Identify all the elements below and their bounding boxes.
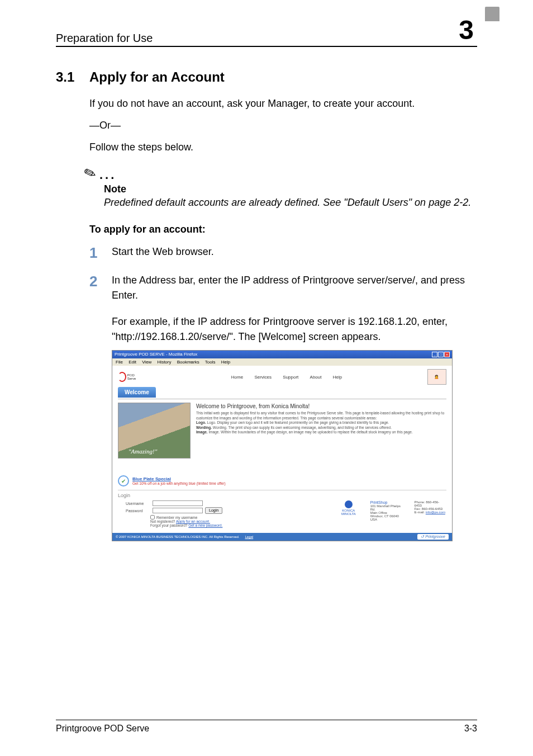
blue-plate-subtitle: Get 10% off on a job with anything blue … (132, 481, 226, 485)
section-title: Apply for an Account (89, 69, 225, 85)
welcome-tab[interactable]: Welcome (118, 387, 156, 398)
remember-checkbox[interactable] (150, 515, 155, 519)
apply-account-link[interactable]: Apply for an account. (176, 519, 210, 523)
intro-paragraph-1: If you do not have an account, ask your … (89, 96, 477, 111)
welcome-wording-line: Wording. The print shop can supply its o… (213, 426, 392, 429)
section-heading: 3.1 Apply for an Account (56, 69, 477, 85)
hero-caption: "Amazing!" (129, 448, 157, 455)
step-1-text: Start the Web browser. (112, 244, 477, 262)
section-number: 3.1 (56, 69, 89, 85)
menu-tools[interactable]: Tools (205, 360, 216, 365)
app-logo: POD Serve (118, 371, 140, 382)
menu-file[interactable]: File (116, 360, 123, 365)
forgot-password-link[interactable]: Get a new password. (188, 523, 222, 527)
menu-history[interactable]: History (158, 360, 172, 365)
blue-plate-title[interactable]: Blue Plate Special (132, 476, 226, 481)
step-1: 1 Start the Web browser. (89, 244, 477, 262)
addr-line-1: 101 Marshall Phelps Rd. (370, 504, 407, 511)
user-avatar: 🙍 (427, 369, 446, 385)
login-button[interactable]: Login (205, 507, 222, 514)
nav-support[interactable]: Support (283, 375, 298, 380)
nav-services[interactable]: Services (254, 375, 272, 380)
addr-line-4: USA (370, 518, 407, 521)
welcome-image-line: Image. Within the boundaries of the page… (208, 430, 412, 434)
minimize-icon[interactable]: _ (432, 352, 437, 357)
nav-home[interactable]: Home (231, 375, 243, 380)
browser-titlebar: Printgroove POD SERVE - Mozilla Firefox … (112, 351, 452, 358)
header-title: Preparation for Use (56, 32, 153, 45)
page-tab-decoration (485, 7, 499, 21)
note-icon: ✎ (81, 163, 98, 184)
brand-dot-icon (345, 500, 353, 508)
login-heading: Login (118, 493, 285, 498)
menu-bookmarks[interactable]: Bookmarks (177, 360, 199, 365)
blue-plate-special[interactable]: ✔ Blue Plate Special Get 10% off on a jo… (118, 475, 446, 486)
remember-label: Remember my username (156, 516, 197, 519)
hero-image: "Amazing!" (118, 403, 191, 459)
printgroove-badge: Printgroove (417, 534, 449, 540)
printshop-title: PrintShop (370, 500, 407, 504)
email-link[interactable]: info@ps.com (426, 511, 445, 514)
page-header: Preparation for Use 3 (56, 17, 477, 47)
intro-or: —Or— (89, 118, 477, 133)
username-input[interactable] (153, 500, 203, 506)
nav-help[interactable]: Help (333, 375, 342, 380)
step-2-number: 2 (89, 273, 112, 303)
welcome-logo-line: Logo. Display your own logo and it will … (207, 420, 389, 424)
brand-name: KONICA MINOLTA (335, 509, 363, 516)
password-label: Password (126, 509, 150, 513)
logo-swirl-icon (118, 372, 126, 382)
nav-about[interactable]: About (310, 375, 322, 380)
menu-view[interactable]: View (142, 360, 151, 365)
password-input[interactable] (153, 508, 203, 513)
logo-text: POD Serve (127, 374, 140, 380)
chapter-number: 3 (455, 17, 477, 45)
menu-help[interactable]: Help (221, 360, 230, 365)
welcome-text: Welcome to Printgroove, from Konica Mino… (196, 403, 446, 459)
step-1-number: 1 (89, 244, 112, 262)
not-registered-text: Not registered? (150, 519, 176, 523)
note-dots: ... (99, 168, 116, 182)
footer-legal-link[interactable]: Legal (245, 535, 254, 538)
footer-product: Printgroove POD Serve (56, 724, 149, 734)
step-2: 2 In the Address bar, enter the IP addre… (89, 273, 477, 303)
window-buttons[interactable]: _□× (431, 352, 450, 357)
check-circle-icon: ✔ (118, 475, 129, 486)
forgot-password-text: Forgot your password? (150, 523, 188, 527)
page-footer: Printgroove POD Serve 3-3 (56, 720, 477, 734)
intro-paragraph-2: Follow the steps below. (89, 140, 477, 155)
step-2-text: In the Address bar, enter the IP address… (112, 273, 477, 303)
phone-line: Phone: 860-456-6453 (414, 500, 446, 507)
site-nav: Home Services Support About Help (221, 375, 342, 380)
footer-page-number: 3-3 (464, 724, 477, 734)
note-heading: Note (104, 183, 477, 195)
maximize-icon[interactable]: □ (438, 352, 444, 357)
site-footer: © 2007 KONICA MINOLTA BUSINESS TECHNOLOG… (112, 533, 452, 541)
footer-copyright: © 2007 KONICA MINOLTA BUSINESS TECHNOLOG… (116, 535, 240, 538)
close-icon[interactable]: × (444, 352, 450, 357)
step-2-followup: For example, if the IP address for Print… (112, 314, 477, 344)
welcome-screenshot: Printgroove POD SERVE - Mozilla Firefox … (112, 350, 453, 541)
apply-heading: To apply for an account: (89, 224, 477, 235)
menu-edit[interactable]: Edit (129, 360, 136, 365)
browser-menubar[interactable]: File Edit View History Bookmarks Tools H… (112, 358, 452, 366)
welcome-heading: Welcome to Printgroove, from Konica Mino… (196, 403, 446, 410)
note-block: ✎ ... Note Predefined default accounts a… (89, 165, 477, 210)
note-text: Predefined default accounts are already … (104, 195, 477, 210)
email-label: E-mail: (414, 511, 425, 514)
window-title: Printgroove POD SERVE - Mozilla Firefox (115, 352, 197, 357)
username-label: Username (126, 502, 150, 505)
welcome-paragraph: This initial web page is displayed first… (196, 411, 446, 420)
